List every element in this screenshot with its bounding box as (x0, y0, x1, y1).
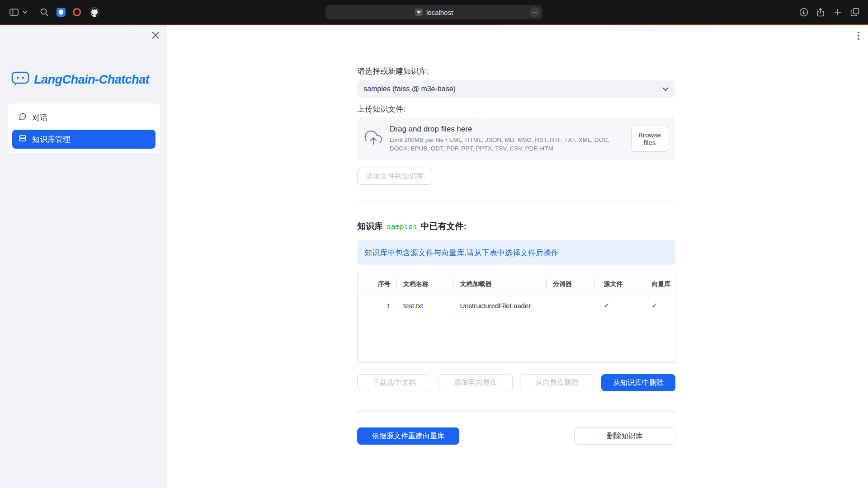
upload-cloud-icon (364, 129, 382, 149)
chat-bubble-icon (19, 113, 27, 123)
browser-toolbar: localhost (0, 0, 868, 24)
cell-loader: UnstructuredFileLoader (453, 295, 546, 316)
app-page: LangChain-Chatchat 对话 (0, 25, 868, 488)
file-dropzone[interactable]: Drag and drop files here Limit 200MB per… (357, 117, 675, 160)
divider (357, 201, 675, 201)
kb-select-label: 请选择或新建知识库: (357, 66, 675, 76)
logo-text: LangChain-Chatchat (34, 73, 149, 87)
app-logo: LangChain-Chatchat (11, 70, 149, 89)
table-actions: 下载选中文档 添加至向量库 从向量库删除 从知识库中删除 (357, 374, 675, 391)
heading-kb-name: samples (387, 222, 417, 231)
sidebar: LangChain-Chatchat 对话 (0, 25, 167, 488)
cell-source-check: ✓ (594, 295, 643, 316)
address-bar[interactable]: localhost (326, 5, 542, 19)
search-icon[interactable] (39, 7, 49, 17)
share-icon[interactable] (816, 7, 826, 17)
sidebar-item-label: 知识库管理 (32, 134, 71, 145)
rebuild-vector-store-button[interactable]: 依据源文件重建向量库 (357, 427, 459, 445)
sidebar-toggle-icon[interactable] (9, 7, 19, 17)
browse-files-button[interactable]: Browse files (631, 126, 668, 152)
knowledge-base-icon (19, 134, 27, 145)
page-settings-icon[interactable] (530, 7, 540, 17)
table-header-vector[interactable]: 向量库 (643, 273, 675, 295)
remove-from-vector-button[interactable]: 从向量库删除 (520, 374, 594, 391)
download-selected-button[interactable]: 下载选中文档 (357, 374, 431, 391)
extension-orange-icon[interactable] (72, 8, 81, 17)
table-header-index[interactable]: 序号 (358, 273, 397, 295)
tab-overview-icon[interactable] (850, 7, 860, 17)
table-header-filename[interactable]: 文档名称 (397, 273, 454, 295)
sidebar-item-dialogue[interactable]: 对话 (12, 108, 156, 127)
sidebar-item-knowledge-base[interactable]: 知识库管理 (12, 130, 156, 149)
dropzone-limit: Limit 200MB per file • EML, HTML, JSON, … (390, 136, 624, 152)
table-header-splitter[interactable]: 分词器 (547, 273, 595, 295)
url-text: localhost (426, 9, 453, 16)
app-menu-icon[interactable] (854, 30, 863, 42)
add-to-vector-button[interactable]: 添加至向量库 (439, 374, 513, 391)
dropzone-text: Drag and drop files here Limit 200MB per… (390, 125, 624, 152)
info-banner: 知识库中包含源文件与向量库,请从下表中选择文件后操作 (357, 240, 675, 265)
select-chevron-icon (662, 85, 669, 93)
table-header-row: 序号 文档名称 文档加载器 分词器 源文件 向量库 (358, 273, 675, 295)
dropzone-title: Drag and drop files here (390, 125, 624, 134)
main-content: 请选择或新建知识库: samples (faiss @ m3e-base) 上传… (357, 25, 675, 488)
kb-select-value: samples (faiss @ m3e-base) (363, 85, 456, 93)
kb-files-heading: 知识库 samples 中已有文件: (357, 221, 675, 232)
upload-label: 上传知识文件: (357, 104, 675, 114)
chevron-down-icon[interactable] (22, 9, 28, 19)
logo-chat-icon (11, 70, 30, 89)
new-tab-icon[interactable] (833, 7, 843, 17)
divider (357, 411, 675, 412)
table-row[interactable]: 1 test.txt UnstructuredFileLoader ✓ ✓ (358, 295, 675, 316)
cell-filename: test.txt (397, 295, 454, 316)
cell-vector-check: ✓ (643, 295, 675, 316)
add-files-button[interactable]: 添加文件到知识库 (357, 168, 432, 185)
cell-splitter (547, 295, 595, 316)
delete-from-kb-button[interactable]: 从知识库中删除 (601, 374, 675, 391)
table-header-loader[interactable]: 文档加载器 (453, 273, 546, 295)
delete-kb-button[interactable]: 删除知识库 (574, 427, 675, 445)
files-table: 序号 文档名称 文档加载器 分词器 源文件 向量库 1 test.txt Uns… (357, 273, 675, 363)
heading-prefix: 知识库 (357, 221, 383, 232)
kb-select[interactable]: samples (faiss @ m3e-base) (357, 80, 675, 98)
downloads-icon[interactable] (799, 7, 809, 17)
site-favicon (415, 9, 423, 16)
heading-suffix: 中已有文件: (420, 221, 466, 232)
sidebar-close-icon[interactable] (150, 30, 161, 41)
extension-blue-icon[interactable] (57, 8, 66, 17)
sidebar-nav: 对话 知识库管理 (8, 103, 160, 153)
cell-index: 1 (358, 295, 397, 316)
kb-bottom-actions: 依据源文件重建向量库 删除知识库 (357, 427, 675, 445)
sidebar-item-label: 对话 (32, 113, 47, 123)
github-extension-icon[interactable] (89, 7, 100, 18)
table-header-source[interactable]: 源文件 (594, 273, 643, 295)
